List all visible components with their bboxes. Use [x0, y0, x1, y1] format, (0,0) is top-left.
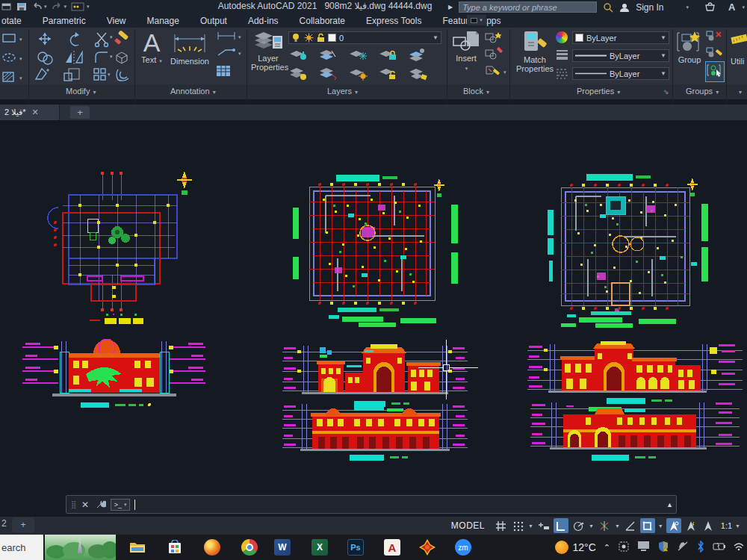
groups-panel-label[interactable]: Groups ▾: [686, 87, 719, 96]
sign-in-button[interactable]: Sign In: [636, 2, 663, 13]
annotation-visibility-toggle[interactable]: [666, 518, 681, 533]
undo-icon[interactable]: ▾: [31, 2, 47, 11]
osnap-toggle[interactable]: [640, 518, 655, 533]
file-tab-close-icon[interactable]: ✕: [32, 108, 39, 117]
command-close-icon[interactable]: ✕: [81, 500, 89, 510]
command-line[interactable]: ⣿ ✕ >_▾ ▲: [66, 495, 677, 514]
file-explorer-icon[interactable]: [128, 538, 146, 556]
plot-icon[interactable]: ▾: [71, 2, 90, 11]
user-icon[interactable]: [619, 3, 630, 12]
tab-parametric[interactable]: Parametric: [32, 13, 96, 28]
battery-tray-icon[interactable]: [713, 542, 726, 553]
mic-muted-tray-icon[interactable]: [677, 541, 689, 554]
firefox-icon[interactable]: [203, 538, 221, 556]
unlock-layer-icon[interactable]: [378, 67, 397, 81]
modify-panel-label[interactable]: Modify ▾: [66, 87, 96, 96]
microsoft-store-icon[interactable]: [166, 538, 184, 556]
news-interest-widget[interactable]: [45, 535, 116, 560]
autocad-icon[interactable]: A: [383, 538, 401, 556]
dim-linear-icon[interactable]: ▾: [215, 30, 245, 45]
layout-tab-remnant[interactable]: 2: [1, 518, 7, 529]
search-input[interactable]: Type a keyword or phrase: [459, 1, 597, 13]
lock-layer-icon[interactable]: [378, 48, 397, 61]
osnap-dropdown-icon[interactable]: ▼: [657, 523, 664, 529]
polar-dropdown-icon[interactable]: ▼: [588, 523, 595, 529]
text-button[interactable]: A Text ▾: [139, 30, 164, 64]
command-prompt-icon[interactable]: >_▾: [111, 499, 130, 511]
unisolate-layer-icon[interactable]: [318, 48, 338, 61]
new-drawing-tab-button[interactable]: +: [70, 106, 90, 119]
utilities-panel-label[interactable]: ▾: [738, 87, 742, 96]
block-panel-label[interactable]: Block ▾: [463, 87, 489, 96]
dynamic-input-toggle[interactable]: [536, 518, 551, 533]
prev-layer-icon[interactable]: [348, 67, 368, 81]
merge-layer-icon[interactable]: [408, 67, 427, 81]
insert-button[interactable]: Insert▾: [451, 30, 481, 72]
signin-dropdown-icon[interactable]: ▾: [686, 4, 689, 10]
tab-addins[interactable]: Add-ins: [238, 13, 289, 28]
object-color-select[interactable]: ByLayer▼: [572, 31, 669, 44]
annotation-panel-label[interactable]: Annotation ▾: [170, 87, 216, 96]
edit-block-icon[interactable]: [484, 46, 503, 63]
table-icon[interactable]: [215, 64, 233, 81]
tab-express-tools[interactable]: Express Tools: [356, 13, 432, 28]
block-attributes-icon[interactable]: ▾: [484, 64, 509, 81]
otrack-toggle[interactable]: [623, 518, 638, 533]
tab-annotate[interactable]: otate: [0, 13, 32, 28]
workspace-icon[interactable]: [1, 2, 12, 11]
tab-view[interactable]: View: [96, 13, 137, 28]
tray-chevron-icon[interactable]: ⌃: [604, 543, 610, 553]
weather-widget[interactable]: 12°C: [555, 541, 596, 554]
annotation-scale-icon[interactable]: [701, 518, 716, 533]
annotation-scale-value[interactable]: 1:1: [721, 521, 732, 530]
tab-manage[interactable]: Manage: [137, 13, 190, 28]
model-space-canvas[interactable]: [0, 120, 747, 517]
draw-rectangle-icon[interactable]: ▾: [1, 31, 24, 48]
lineweight-select[interactable]: ByLayer▼: [572, 49, 669, 62]
match-properties-button[interactable]: Match Properties: [515, 30, 554, 73]
file-tab-active[interactable]: *فيلا 2 ✕: [0, 105, 60, 120]
tab-collaborate[interactable]: Collaborate: [289, 13, 356, 28]
layers-panel-label[interactable]: Layers ▾: [327, 87, 358, 96]
command-grip-icon[interactable]: ⣿: [71, 500, 78, 508]
draw-ellipse-icon[interactable]: ▾: [1, 51, 24, 67]
photoshop-icon[interactable]: Ps: [347, 538, 365, 556]
snap-toggle[interactable]: [510, 518, 525, 533]
flyout-arrow-icon[interactable]: ▶: [448, 4, 453, 10]
save-icon[interactable]: [16, 2, 27, 11]
chrome-icon[interactable]: [241, 538, 258, 556]
grid-toggle[interactable]: [493, 518, 508, 533]
leader-icon[interactable]: ▾: [215, 46, 245, 61]
redo-icon[interactable]: ▾: [52, 2, 67, 11]
group-edit-icon[interactable]: [705, 46, 723, 61]
display-tray-icon[interactable]: [637, 541, 650, 554]
command-customize-icon[interactable]: [95, 499, 106, 510]
new-layout-button[interactable]: +: [12, 517, 34, 532]
snap-dropdown-icon[interactable]: ▼: [527, 523, 534, 529]
excel-icon[interactable]: X: [311, 538, 329, 556]
linetype-select[interactable]: ByLayer▼: [572, 67, 669, 80]
make-current-icon[interactable]: [408, 48, 427, 61]
isodraft-dropdown-icon[interactable]: ▼: [614, 523, 621, 529]
draw-hatch-icon[interactable]: ▾: [1, 70, 24, 87]
layer-select[interactable]: 0 ▼: [288, 31, 441, 44]
autoscale-toggle[interactable]: [684, 518, 698, 533]
search-icon[interactable]: [603, 2, 613, 13]
star-app-icon[interactable]: [418, 538, 436, 556]
bluetooth-tray-icon[interactable]: [696, 541, 705, 555]
model-space-toggle[interactable]: MODEL: [451, 520, 485, 531]
defender-tray-icon[interactable]: !: [657, 541, 669, 555]
app-store-icon[interactable]: [705, 2, 715, 12]
layer-off-icon[interactable]: [288, 67, 308, 81]
ortho-toggle[interactable]: [554, 518, 568, 533]
isodraft-toggle[interactable]: [597, 518, 612, 533]
autodesk-icon[interactable]: A: [728, 1, 735, 13]
properties-dialog-launcher[interactable]: ⇘: [663, 88, 669, 96]
match-layer-icon[interactable]: [318, 67, 338, 81]
create-block-icon[interactable]: [484, 30, 503, 46]
ungroup-icon[interactable]: [705, 30, 723, 45]
zoom-icon[interactable]: zm: [454, 538, 472, 556]
autodesk-dropdown-icon[interactable]: ▾: [742, 4, 745, 10]
wifi-tray-icon[interactable]: [734, 542, 744, 553]
group-button[interactable]: Group: [677, 30, 702, 64]
